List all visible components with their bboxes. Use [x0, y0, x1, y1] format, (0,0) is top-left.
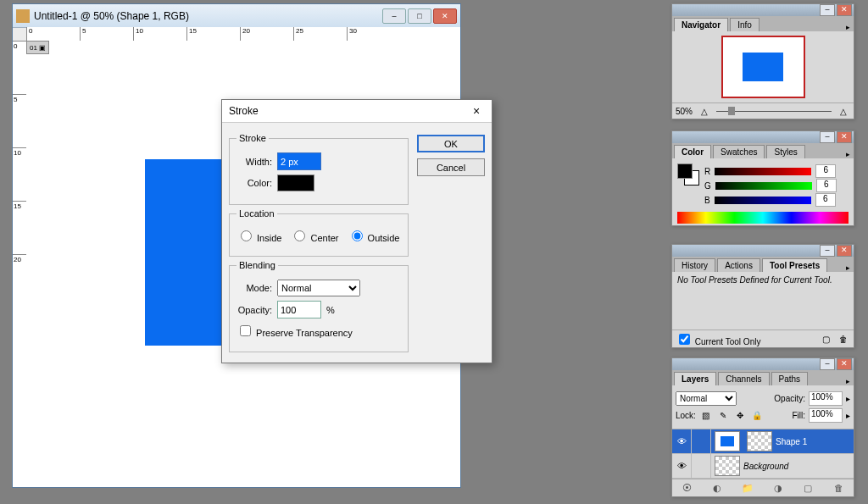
layer-item[interactable]: 👁 Shape 1 [672, 429, 854, 454]
layer-set-icon[interactable]: 📁 [741, 481, 754, 495]
tab-actions[interactable]: Actions [717, 258, 760, 272]
layer-name[interactable]: Background [743, 462, 788, 471]
panel-minimize-button[interactable]: – [820, 4, 835, 16]
delete-layer-icon[interactable]: 🗑 [832, 481, 845, 495]
dialog-titlebar[interactable]: Stroke × [222, 100, 492, 123]
tab-history[interactable]: History [674, 258, 715, 272]
layer-style-icon[interactable]: ⦿ [681, 481, 694, 495]
lock-paint-icon[interactable]: ✎ [716, 409, 730, 423]
navigator-body[interactable] [672, 31, 854, 102]
adjustment-layer-icon[interactable]: ◑ [771, 481, 785, 495]
zoom-out-icon[interactable]: △ [698, 104, 711, 118]
canvas-tabstrip[interactable]: 01 ▣ [26, 41, 49, 54]
layer-mask-icon[interactable]: ◐ [710, 481, 724, 495]
tab-swatches[interactable]: Swatches [713, 145, 765, 158]
panel-menu-icon[interactable]: ▸ [846, 377, 850, 385]
panel-close-button[interactable]: ✕ [837, 131, 852, 143]
width-input[interactable] [277, 152, 321, 170]
ruler-vertical[interactable]: 0 5 10 15 20 [13, 41, 27, 487]
opacity-input[interactable] [277, 301, 321, 318]
maximize-button[interactable]: □ [408, 8, 431, 24]
cancel-button[interactable]: Cancel [417, 158, 485, 176]
g-value[interactable]: 6 [816, 179, 837, 192]
panel-close-button[interactable]: ✕ [837, 358, 852, 370]
preserve-transparency-option[interactable]: Preserve Transparency [236, 323, 353, 339]
preserve-checkbox[interactable] [240, 325, 251, 336]
color-swatch[interactable] [277, 174, 314, 191]
layer-thumbnail[interactable] [715, 456, 740, 476]
visibility-icon[interactable]: 👁 [672, 429, 692, 453]
zoom-in-icon[interactable]: △ [837, 104, 850, 118]
lock-all-icon[interactable]: 🔒 [750, 409, 764, 423]
current-tool-only-checkbox[interactable] [679, 334, 690, 345]
layer-mask-thumbnail[interactable] [747, 431, 772, 451]
r-slider[interactable] [715, 168, 811, 175]
new-preset-icon[interactable]: ▢ [819, 332, 832, 346]
panel-header[interactable]: – ✕ [672, 358, 854, 370]
fill-flyout-icon[interactable]: ▸ [846, 411, 850, 420]
layer-opacity-input[interactable]: 100% [809, 391, 843, 406]
lock-position-icon[interactable]: ✥ [733, 409, 747, 423]
current-tool-only-option[interactable]: Current Tool Only [676, 331, 760, 347]
tab-styles[interactable]: Styles [766, 145, 804, 158]
tab-layers[interactable]: Layers [674, 372, 716, 385]
b-value[interactable]: 6 [815, 193, 836, 207]
zoom-slider[interactable] [716, 111, 832, 112]
navigator-thumbnail[interactable] [721, 36, 805, 98]
link-cell[interactable] [692, 429, 711, 453]
current-tool-only-label: Current Tool Only [695, 337, 761, 346]
panel-menu-icon[interactable]: ▸ [846, 263, 850, 272]
ok-button[interactable]: OK [417, 135, 485, 152]
panel-minimize-button[interactable]: – [820, 358, 835, 370]
lock-label: Lock: [676, 411, 696, 420]
fg-color-swatch[interactable] [677, 163, 693, 179]
new-layer-icon[interactable]: ▢ [801, 481, 815, 495]
zoom-slider-thumb[interactable] [728, 107, 735, 115]
close-icon[interactable]: × [468, 104, 485, 118]
loc-outside-radio[interactable] [352, 230, 363, 241]
visibility-icon[interactable]: 👁 [672, 454, 692, 478]
blend-mode-select[interactable]: Normal [676, 391, 737, 406]
panel-header[interactable]: – ✕ [672, 245, 854, 257]
r-value[interactable]: 6 [815, 164, 836, 178]
spectrum-bar[interactable] [677, 212, 849, 224]
fgbg-swatch[interactable] [677, 163, 699, 186]
opacity-label: Opacity: [236, 305, 272, 315]
loc-inside-option[interactable]: Inside [236, 228, 281, 243]
layer-name[interactable]: Shape 1 [776, 437, 807, 446]
panel-close-button[interactable]: ✕ [837, 245, 852, 257]
panel-header[interactable]: – ✕ [672, 131, 854, 143]
tab-navigator[interactable]: Navigator [674, 18, 728, 31]
b-slider[interactable] [715, 197, 811, 204]
panel-minimize-button[interactable]: – [820, 131, 835, 143]
loc-center-radio[interactable] [294, 230, 305, 241]
panel-menu-icon[interactable]: ▸ [846, 150, 850, 158]
layer-thumbnail[interactable] [715, 431, 740, 451]
navigator-panel: – ✕ Navigator Info ▸ 50% △ △ [671, 3, 854, 119]
tab-paths[interactable]: Paths [771, 372, 809, 385]
panel-close-button[interactable]: ✕ [837, 4, 852, 16]
link-cell[interactable] [692, 454, 711, 478]
panel-minimize-button[interactable]: – [820, 245, 835, 257]
lock-transparency-icon[interactable]: ▧ [699, 409, 713, 423]
loc-outside-option[interactable]: Outside [348, 228, 400, 243]
ruler-horizontal[interactable]: 0 5 10 15 20 25 30 [26, 27, 460, 42]
tab-channels[interactable]: Channels [718, 372, 769, 385]
zoom-value[interactable]: 50% [676, 107, 693, 116]
close-button[interactable]: ✕ [433, 8, 457, 24]
g-slider[interactable] [715, 182, 812, 190]
tab-tool-presets[interactable]: Tool Presets [762, 258, 827, 272]
tab-color[interactable]: Color [674, 145, 711, 158]
dialog-title: Stroke [229, 105, 259, 117]
loc-inside-radio[interactable] [241, 230, 252, 241]
tab-info[interactable]: Info [730, 18, 760, 31]
layer-item[interactable]: 👁 Background [672, 454, 854, 479]
loc-center-option[interactable]: Center [290, 228, 338, 243]
panel-menu-icon[interactable]: ▸ [846, 23, 850, 31]
minimize-button[interactable]: – [382, 8, 406, 24]
opacity-flyout-icon[interactable]: ▸ [846, 394, 850, 403]
mode-select[interactable]: Normal [277, 280, 360, 296]
panel-header[interactable]: – ✕ [672, 4, 854, 16]
delete-preset-icon[interactable]: 🗑 [837, 332, 850, 346]
fill-input[interactable]: 100% [809, 408, 843, 423]
